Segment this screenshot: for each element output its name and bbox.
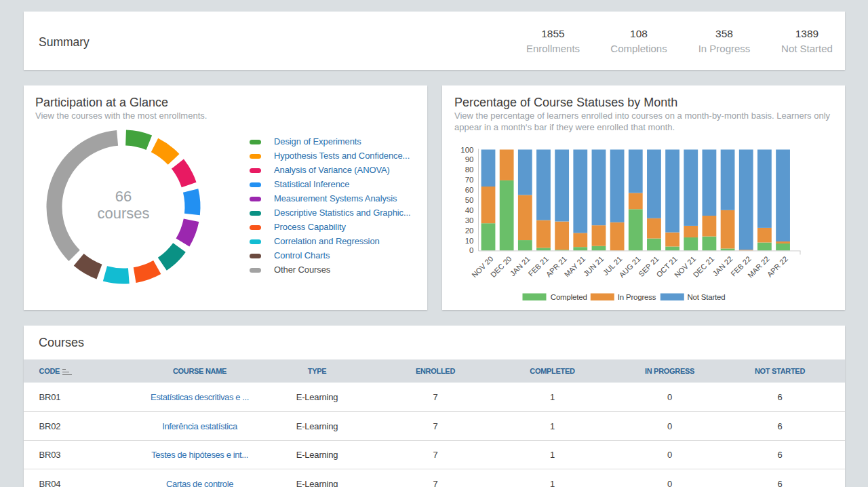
svg-text:60: 60 xyxy=(465,186,474,194)
svg-text:JUN 21: JUN 21 xyxy=(582,254,605,277)
svg-text:50: 50 xyxy=(465,196,474,204)
svg-text:MAY 21: MAY 21 xyxy=(563,254,587,278)
svg-text:APR 22: APR 22 xyxy=(766,254,789,278)
svg-text:80: 80 xyxy=(465,165,474,174)
svg-text:70: 70 xyxy=(465,176,474,184)
svg-text:Not Started: Not Started xyxy=(688,293,726,301)
svg-text:30: 30 xyxy=(465,216,474,225)
svg-text:40: 40 xyxy=(465,206,474,214)
svg-text:In Progress: In Progress xyxy=(618,293,656,301)
svg-text:20: 20 xyxy=(465,227,474,235)
svg-text:Completed: Completed xyxy=(551,293,587,301)
svg-text:100: 100 xyxy=(460,146,473,154)
svg-text:10: 10 xyxy=(465,237,474,245)
svg-text:0: 0 xyxy=(469,246,473,254)
svg-text:90: 90 xyxy=(465,155,474,163)
